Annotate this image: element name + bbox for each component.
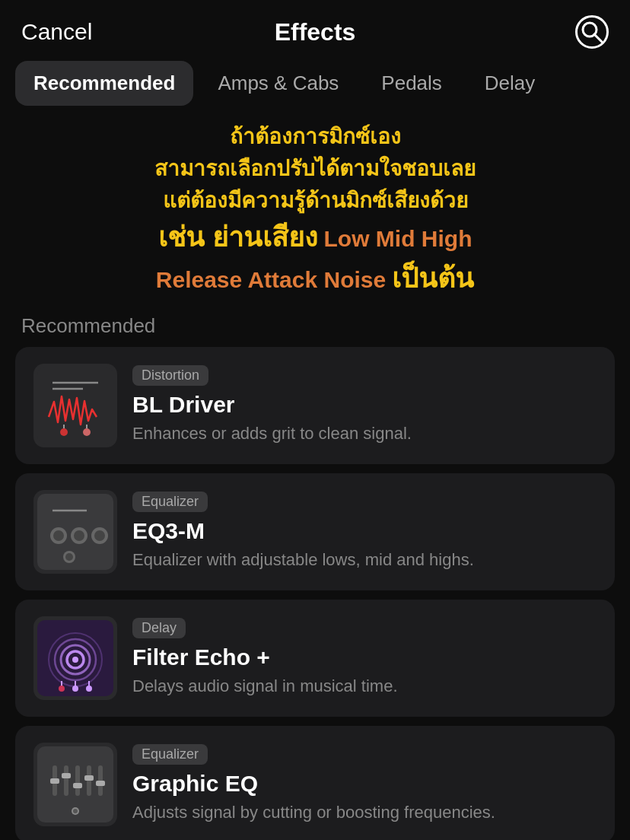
cancel-button[interactable]: Cancel bbox=[21, 19, 92, 45]
effect-name-graphic-eq: Graphic EQ bbox=[132, 771, 597, 797]
tab-amps-cabs[interactable]: Amps & Cabs bbox=[199, 61, 357, 106]
search-button[interactable] bbox=[575, 15, 609, 49]
effect-name-filter-echo: Filter Echo + bbox=[132, 644, 597, 670]
svg-line-1 bbox=[594, 34, 602, 42]
effect-desc-graphic-eq: Adjusts signal by cutting or boosting fr… bbox=[132, 801, 597, 825]
search-icon bbox=[579, 19, 605, 45]
effect-badge-filter-echo: Delay bbox=[132, 618, 186, 638]
overlay-text: ถ้าต้องการมิกซ์เอง สามารถเลือกปรับได้ตาม… bbox=[0, 118, 630, 308]
effect-info-graphic-eq: Equalizer Graphic EQ Adjusts signal by c… bbox=[132, 744, 597, 825]
svg-point-43 bbox=[73, 809, 78, 813]
tab-delay[interactable]: Delay bbox=[466, 61, 553, 106]
effect-info-bl-driver: Distortion BL Driver Enhances or adds gr… bbox=[132, 365, 597, 446]
svg-rect-38 bbox=[62, 773, 71, 778]
svg-rect-34 bbox=[75, 765, 80, 796]
svg-point-26 bbox=[59, 686, 65, 692]
effect-icon-filter-echo bbox=[33, 616, 117, 700]
effect-card-filter-echo[interactable]: Delay Filter Echo + Delays audio signal … bbox=[15, 600, 615, 717]
effect-card-graphic-eq[interactable]: Equalizer Graphic EQ Adjusts signal by c… bbox=[15, 726, 615, 840]
effect-info-eq3m: Equalizer EQ3-M Equalizer with adjustabl… bbox=[132, 492, 597, 572]
overlay-line1: ถ้าต้องการมิกซ์เอง bbox=[15, 121, 615, 153]
overlay-line2: สามารถเลือกปรับได้ตามใจชอบเลย bbox=[15, 153, 615, 185]
svg-point-16 bbox=[94, 530, 105, 541]
overlay-line3: แต่ต้องมีความรู้ด้านมิกซ์เสียงด้วย bbox=[15, 185, 615, 217]
effect-card-eq3m[interactable]: Equalizer EQ3-M Equalizer with adjustabl… bbox=[15, 473, 615, 590]
effect-desc-bl-driver: Enhances or adds grit to clean signal. bbox=[132, 422, 597, 446]
svg-rect-37 bbox=[50, 778, 59, 784]
svg-point-12 bbox=[53, 530, 64, 541]
effect-icon-eq3m bbox=[33, 490, 117, 574]
effect-badge-eq3m: Equalizer bbox=[132, 492, 208, 512]
effect-desc-eq3m: Equalizer with adjustable lows, mid and … bbox=[132, 549, 597, 572]
overlay-line5-eng: Release Attack Noise bbox=[156, 262, 386, 297]
effect-info-filter-echo: Delay Filter Echo + Delays audio signal … bbox=[132, 618, 597, 698]
effect-name-eq3m: EQ3-M bbox=[132, 518, 597, 544]
overlay-line5-thai: เป็นต้น bbox=[392, 258, 474, 299]
svg-point-18 bbox=[65, 553, 73, 561]
effects-list: Distortion BL Driver Enhances or adds gr… bbox=[0, 347, 630, 840]
section-label: Recommended bbox=[0, 308, 630, 347]
svg-point-30 bbox=[86, 686, 92, 692]
svg-point-5 bbox=[60, 428, 68, 436]
tab-bar: Recommended Amps & Cabs Pedals Delay bbox=[0, 61, 630, 106]
svg-rect-40 bbox=[84, 775, 94, 781]
svg-rect-33 bbox=[64, 765, 68, 796]
effect-icon-graphic-eq bbox=[33, 743, 117, 826]
effect-card-bl-driver[interactable]: Distortion BL Driver Enhances or adds gr… bbox=[15, 347, 615, 464]
effect-badge-bl-driver: Distortion bbox=[132, 365, 208, 386]
svg-point-28 bbox=[72, 686, 78, 692]
tab-recommended[interactable]: Recommended bbox=[15, 61, 193, 106]
tab-pedals[interactable]: Pedals bbox=[363, 61, 460, 106]
effect-desc-filter-echo: Delays audio signal in musical time. bbox=[132, 675, 597, 698]
svg-point-14 bbox=[74, 530, 84, 541]
page-title: Effects bbox=[275, 18, 356, 46]
effect-badge-graphic-eq: Equalizer bbox=[132, 744, 208, 765]
svg-point-24 bbox=[72, 657, 78, 663]
svg-point-6 bbox=[83, 428, 91, 436]
overlay-line4-thai: เช่น ย่านเสียง bbox=[158, 217, 318, 258]
svg-rect-39 bbox=[73, 783, 82, 788]
effect-icon-bl-driver bbox=[33, 364, 117, 447]
overlay-line4-eng: Low Mid High bbox=[324, 221, 473, 256]
effect-name-bl-driver: BL Driver bbox=[132, 392, 597, 418]
header: Cancel Effects bbox=[0, 0, 630, 61]
svg-rect-41 bbox=[96, 781, 105, 786]
